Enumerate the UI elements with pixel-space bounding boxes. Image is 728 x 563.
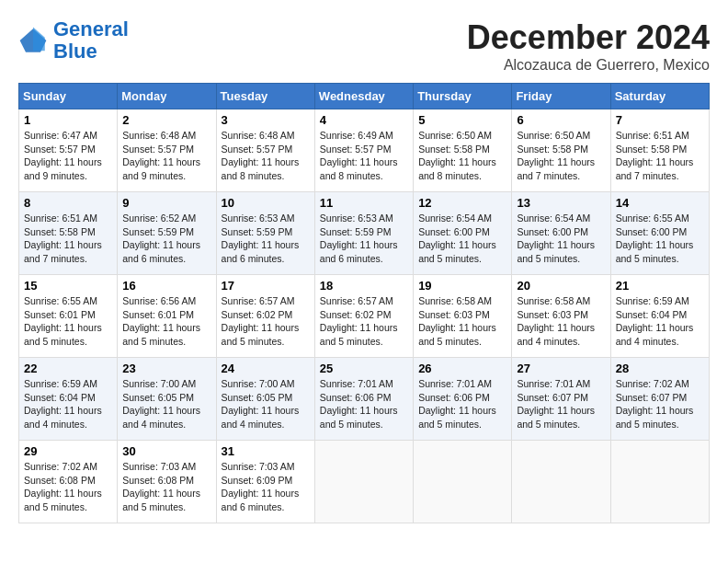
calendar-cell: 2 Sunrise: 6:48 AMSunset: 5:57 PMDayligh… — [118, 109, 216, 192]
day-info: Sunrise: 7:01 AMSunset: 6:06 PMDaylight:… — [320, 378, 398, 430]
day-info: Sunrise: 6:50 AMSunset: 5:58 PMDaylight:… — [517, 130, 595, 181]
calendar-cell: 20 Sunrise: 6:58 AMSunset: 6:03 PMDaylig… — [512, 275, 610, 358]
calendar-cell: 3 Sunrise: 6:48 AMSunset: 5:57 PMDayligh… — [216, 109, 314, 192]
day-info: Sunrise: 7:00 AMSunset: 6:05 PMDaylight:… — [122, 378, 200, 430]
day-info: Sunrise: 6:55 AMSunset: 6:01 PMDaylight:… — [24, 295, 102, 347]
calendar-cell — [610, 441, 709, 523]
day-number: 10 — [222, 196, 310, 210]
day-info: Sunrise: 6:51 AMSunset: 5:58 PMDaylight:… — [616, 130, 694, 181]
week-row-1: 1 Sunrise: 6:47 AMSunset: 5:57 PMDayligh… — [19, 109, 710, 192]
day-info: Sunrise: 7:03 AMSunset: 6:09 PMDaylight:… — [222, 461, 300, 512]
calendar-cell: 27 Sunrise: 7:01 AMSunset: 6:07 PMDaylig… — [512, 358, 610, 441]
day-info: Sunrise: 6:59 AMSunset: 6:04 PMDaylight:… — [24, 378, 102, 430]
calendar-cell — [414, 441, 512, 523]
calendar-cell: 23 Sunrise: 7:00 AMSunset: 6:05 PMDaylig… — [118, 358, 216, 441]
calendar-cell: 22 Sunrise: 6:59 AMSunset: 6:04 PMDaylig… — [19, 358, 118, 441]
day-number: 8 — [24, 196, 112, 210]
day-info: Sunrise: 6:50 AMSunset: 5:58 PMDaylight:… — [418, 130, 496, 181]
day-info: Sunrise: 7:02 AMSunset: 6:08 PMDaylight:… — [24, 461, 102, 512]
day-info: Sunrise: 6:49 AMSunset: 5:57 PMDaylight:… — [320, 130, 398, 181]
calendar-cell: 11 Sunrise: 6:53 AMSunset: 5:59 PMDaylig… — [314, 192, 413, 275]
day-number: 5 — [418, 113, 506, 127]
calendar-cell: 16 Sunrise: 6:56 AMSunset: 6:01 PMDaylig… — [118, 275, 216, 358]
day-info: Sunrise: 6:59 AMSunset: 6:04 PMDaylight:… — [616, 295, 694, 347]
day-info: Sunrise: 6:58 AMSunset: 6:03 PMDaylight:… — [517, 295, 595, 347]
day-number: 26 — [418, 362, 506, 375]
calendar-cell: 29 Sunrise: 7:02 AMSunset: 6:08 PMDaylig… — [19, 441, 118, 523]
calendar-cell: 25 Sunrise: 7:01 AMSunset: 6:06 PMDaylig… — [314, 358, 413, 441]
day-info: Sunrise: 7:00 AMSunset: 6:05 PMDaylight:… — [222, 378, 300, 430]
week-row-5: 29 Sunrise: 7:02 AMSunset: 6:08 PMDaylig… — [19, 441, 710, 523]
day-info: Sunrise: 6:51 AMSunset: 5:58 PMDaylight:… — [24, 213, 102, 264]
calendar-cell: 6 Sunrise: 6:50 AMSunset: 5:58 PMDayligh… — [512, 109, 610, 192]
day-number: 15 — [24, 279, 112, 293]
calendar-cell — [314, 441, 413, 523]
day-number: 21 — [616, 279, 704, 293]
day-number: 1 — [24, 113, 112, 127]
day-number: 4 — [320, 113, 408, 127]
day-number: 20 — [517, 279, 605, 293]
header-thursday: Thursday — [414, 84, 512, 109]
calendar-cell: 10 Sunrise: 6:53 AMSunset: 5:59 PMDaylig… — [216, 192, 314, 275]
calendar-cell: 26 Sunrise: 7:01 AMSunset: 6:06 PMDaylig… — [414, 358, 512, 441]
day-number: 12 — [418, 196, 506, 210]
day-number: 13 — [517, 196, 605, 210]
calendar-cell: 15 Sunrise: 6:55 AMSunset: 6:01 PMDaylig… — [19, 275, 118, 358]
calendar-cell: 31 Sunrise: 7:03 AMSunset: 6:09 PMDaylig… — [216, 441, 314, 523]
calendar-table: SundayMondayTuesdayWednesdayThursdayFrid… — [18, 83, 710, 523]
calendar-cell: 12 Sunrise: 6:54 AMSunset: 6:00 PMDaylig… — [414, 192, 512, 275]
day-number: 2 — [122, 113, 210, 127]
day-info: Sunrise: 6:48 AMSunset: 5:57 PMDaylight:… — [122, 130, 200, 181]
calendar-cell: 17 Sunrise: 6:57 AMSunset: 6:02 PMDaylig… — [216, 275, 314, 358]
day-info: Sunrise: 6:53 AMSunset: 5:59 PMDaylight:… — [222, 213, 300, 264]
day-number: 14 — [616, 196, 704, 210]
day-number: 24 — [222, 362, 310, 375]
calendar-cell: 28 Sunrise: 7:02 AMSunset: 6:07 PMDaylig… — [610, 358, 709, 441]
day-number: 9 — [122, 196, 210, 210]
header-saturday: Saturday — [610, 84, 709, 109]
day-number: 28 — [616, 362, 704, 375]
page-header: General Blue December 2024 Alcozauca de … — [18, 18, 710, 74]
day-number: 31 — [222, 444, 310, 458]
header-wednesday: Wednesday — [314, 84, 413, 109]
week-row-4: 22 Sunrise: 6:59 AMSunset: 6:04 PMDaylig… — [19, 358, 710, 441]
day-number: 18 — [320, 279, 408, 293]
day-number: 22 — [24, 362, 112, 375]
calendar-cell: 19 Sunrise: 6:58 AMSunset: 6:03 PMDaylig… — [414, 275, 512, 358]
calendar-cell: 5 Sunrise: 6:50 AMSunset: 5:58 PMDayligh… — [414, 109, 512, 192]
day-number: 23 — [122, 362, 210, 375]
calendar-cell: 18 Sunrise: 6:57 AMSunset: 6:02 PMDaylig… — [314, 275, 413, 358]
day-info: Sunrise: 6:54 AMSunset: 6:00 PMDaylight:… — [517, 213, 595, 264]
logo: General Blue — [18, 18, 129, 63]
week-row-2: 8 Sunrise: 6:51 AMSunset: 5:58 PMDayligh… — [19, 192, 710, 275]
day-number: 25 — [320, 362, 408, 375]
day-number: 27 — [517, 362, 605, 375]
header-tuesday: Tuesday — [216, 84, 314, 109]
day-info: Sunrise: 6:57 AMSunset: 6:02 PMDaylight:… — [320, 295, 398, 347]
day-info: Sunrise: 6:54 AMSunset: 6:00 PMDaylight:… — [418, 213, 496, 264]
day-info: Sunrise: 6:47 AMSunset: 5:57 PMDaylight:… — [24, 130, 102, 181]
day-info: Sunrise: 6:52 AMSunset: 5:59 PMDaylight:… — [122, 213, 200, 264]
svg-marker-1 — [33, 28, 45, 52]
day-number: 6 — [517, 113, 605, 127]
calendar-cell: 24 Sunrise: 7:00 AMSunset: 6:05 PMDaylig… — [216, 358, 314, 441]
header-monday: Monday — [118, 84, 216, 109]
location-title: Alcozauca de Guerrero, Mexico — [467, 57, 710, 74]
logo-text: General Blue — [53, 18, 129, 63]
calendar-cell: 4 Sunrise: 6:49 AMSunset: 5:57 PMDayligh… — [314, 109, 413, 192]
calendar-cell: 21 Sunrise: 6:59 AMSunset: 6:04 PMDaylig… — [610, 275, 709, 358]
calendar-cell: 9 Sunrise: 6:52 AMSunset: 5:59 PMDayligh… — [118, 192, 216, 275]
day-info: Sunrise: 7:01 AMSunset: 6:06 PMDaylight:… — [418, 378, 496, 430]
calendar-cell: 13 Sunrise: 6:54 AMSunset: 6:00 PMDaylig… — [512, 192, 610, 275]
day-info: Sunrise: 7:03 AMSunset: 6:08 PMDaylight:… — [122, 461, 200, 512]
calendar-cell: 14 Sunrise: 6:55 AMSunset: 6:00 PMDaylig… — [610, 192, 709, 275]
calendar-cell: 30 Sunrise: 7:03 AMSunset: 6:08 PMDaylig… — [118, 441, 216, 523]
header-sunday: Sunday — [19, 84, 118, 109]
day-info: Sunrise: 6:58 AMSunset: 6:03 PMDaylight:… — [418, 295, 496, 347]
day-number: 17 — [222, 279, 310, 293]
header-friday: Friday — [512, 84, 610, 109]
day-info: Sunrise: 7:01 AMSunset: 6:07 PMDaylight:… — [517, 378, 595, 430]
title-block: December 2024 Alcozauca de Guerrero, Mex… — [467, 18, 710, 74]
calendar-cell: 1 Sunrise: 6:47 AMSunset: 5:57 PMDayligh… — [19, 109, 118, 192]
day-info: Sunrise: 6:55 AMSunset: 6:00 PMDaylight:… — [616, 213, 694, 264]
